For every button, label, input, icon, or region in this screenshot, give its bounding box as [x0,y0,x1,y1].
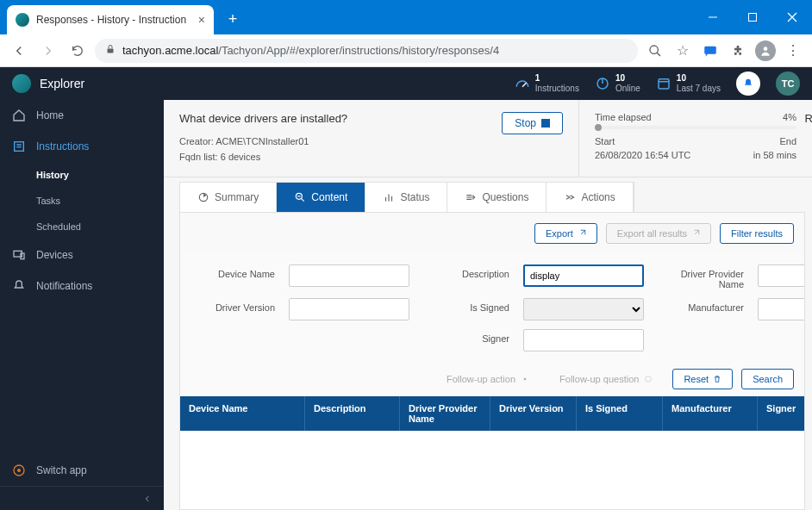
maximize-button[interactable] [733,0,772,34]
th-device-name[interactable]: Device Name [180,396,305,431]
stop-button[interactable]: Stop [502,112,563,134]
tab-actions[interactable]: Actions [547,183,633,212]
status-icon [383,191,395,203]
zoom-icon[interactable] [643,39,667,63]
search-button[interactable]: Search [741,369,794,389]
input-manufacturer[interactable] [758,298,805,320]
bell-icon [12,279,26,293]
filter-form: Device Name Description Driver Provider … [180,254,804,362]
tab-status[interactable]: Status [365,183,447,212]
bell-icon [742,78,754,90]
horizontal-scrollbar[interactable] [180,431,804,445]
lock-icon [105,44,116,57]
select-is-signed[interactable] [523,298,644,320]
sidebar-label: Instructions [36,140,89,152]
gauge-icon [515,76,530,91]
trash-icon [713,375,721,383]
status-instructions[interactable]: 1Instructions [515,73,579,94]
th-signer[interactable]: Signer [758,396,805,431]
svg-point-27 [524,378,527,381]
input-driver-provider[interactable] [758,264,805,287]
sidebar-label: Home [36,109,64,121]
questions-icon [465,191,477,203]
close-tab-icon[interactable]: × [198,13,205,27]
svg-line-22 [302,198,305,202]
back-button[interactable] [7,39,31,63]
th-description[interactable]: Description [305,396,400,431]
reload-button[interactable] [66,39,90,63]
th-is-signed[interactable]: Is Signed [577,396,663,431]
results-table-header: Device Name Description Driver Provider … [180,396,805,431]
filter-results-button[interactable]: Filter results [720,223,794,244]
new-tab-button[interactable]: + [221,7,245,31]
svg-line-6 [657,53,660,56]
external-link-icon [691,229,700,238]
extensions-icon[interactable] [726,39,750,63]
svg-rect-19 [541,119,550,128]
tab-content[interactable]: Content [277,183,365,212]
stop-icon [541,119,550,128]
status-last7days[interactable]: 10Last 7 days [656,73,721,94]
th-driver-provider[interactable]: Driver Provider Name [400,396,490,431]
instruction-meta: Creator: ACME\TCNInstaller01 Fqdn list: … [179,134,563,165]
tab-favicon [16,13,29,27]
instruction-timing: Time elapsed4% StartEnd 26/08/2020 16:54… [579,100,812,177]
svg-rect-4 [108,49,114,53]
bookmark-icon[interactable]: ☆ [671,39,695,63]
collapse-sidebar-button[interactable] [0,486,164,510]
export-button[interactable]: Export [534,223,597,244]
summary-icon [197,191,209,203]
input-description[interactable] [523,264,644,287]
close-window-button[interactable] [772,0,812,34]
actions-icon [564,191,576,203]
label-driver-provider: Driver Provider Name [658,264,744,289]
label-driver-version: Driver Version [197,298,275,313]
sidebar-item-home[interactable]: Home [0,100,164,131]
reset-button[interactable]: Reset [672,369,733,389]
app-title: Explorer [40,77,84,90]
sidebar-sub-history[interactable]: History [0,162,164,188]
sidebar-sub-scheduled[interactable]: Scheduled [0,214,164,239]
sidebar-item-devices[interactable]: Devices [0,239,164,271]
input-signer[interactable] [523,329,644,351]
content-icon [294,191,306,203]
svg-rect-7 [704,46,716,53]
sidebar-label: Devices [36,249,73,261]
browser-tab[interactable]: Responses - History - Instruction × [7,5,214,34]
tab-summary[interactable]: Summary [180,183,277,212]
external-link-icon [578,229,586,238]
followup-question-button: Follow-up question [549,369,664,389]
sidebar-item-instructions[interactable]: Instructions [0,131,164,162]
sidebar-label: Switch app [36,464,87,476]
input-driver-version[interactable] [289,298,409,320]
menu-icon[interactable]: ⋮ [781,39,805,63]
status-online[interactable]: 10Online [595,73,640,94]
forward-button[interactable] [36,39,60,63]
address-bar[interactable]: tachyon.acme.local/Tachyon/App/#/explore… [95,39,638,63]
url-text: tachyon.acme.local/Tachyon/App/#/explore… [122,44,499,57]
question-icon [643,375,653,383]
minimize-button[interactable] [693,0,733,34]
window-titlebar: Responses - History - Instruction × + [0,0,812,34]
chat-icon[interactable] [698,39,722,63]
sidebar-sub-tasks[interactable]: Tasks [0,188,164,214]
svg-point-18 [17,469,21,472]
power-icon [595,76,610,91]
input-device-name[interactable] [289,264,409,287]
label-device-name: Device Name [197,264,275,279]
svg-point-8 [764,47,768,51]
label-manufacturer: Manufacturer [658,298,744,313]
th-driver-version[interactable]: Driver Version [490,396,577,431]
instructions-icon [12,140,26,153]
user-avatar[interactable]: TC [776,72,800,96]
switch-app-button[interactable]: Switch app [0,455,164,486]
sidebar-item-notifications[interactable]: Notifications [0,271,164,302]
window-controls [693,0,812,34]
label-description: Description [423,264,509,279]
svg-rect-1 [749,14,757,22]
svg-rect-12 [659,79,669,89]
th-manufacturer[interactable]: Manufacturer [663,396,758,431]
notifications-button[interactable] [736,72,760,96]
profile-icon[interactable] [753,39,778,63]
tab-questions[interactable]: Questions [447,183,547,212]
